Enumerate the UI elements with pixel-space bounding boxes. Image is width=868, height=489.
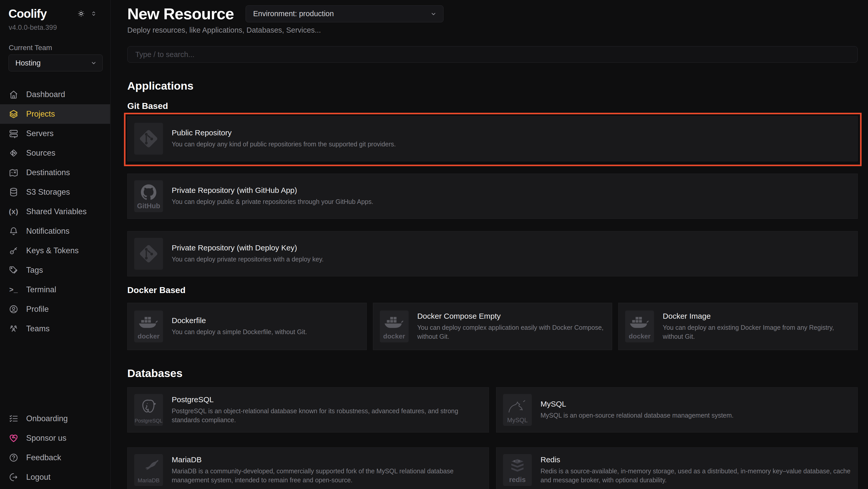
sidebar-item-shared-variables[interactable]: (x) Shared Variables xyxy=(0,202,110,221)
sidebar-item-terminal[interactable]: >_ Terminal xyxy=(0,280,110,299)
card-title: Private Repository (with Deploy Key) xyxy=(172,243,323,252)
sidebar-item-dashboard[interactable]: Dashboard xyxy=(0,85,110,104)
docker-wordmark: docker xyxy=(629,332,651,340)
sidebar-item-destinations[interactable]: Destinations xyxy=(0,163,110,182)
card-docker-image[interactable]: docker Docker Image You can deploy an ex… xyxy=(618,303,858,350)
card-title: Redis xyxy=(540,455,851,464)
card-description: You can deploy an existing Docker Image … xyxy=(663,323,851,341)
main-content: New Resource Environment: production Dep… xyxy=(111,0,868,489)
card-description: You can deploy public & private reposito… xyxy=(172,197,373,206)
app-logo: Coolify xyxy=(8,7,47,21)
card-mariadb[interactable]: MariaDB MariaDB MariaDB is a community-d… xyxy=(127,448,489,489)
app-version: v4.0.0-beta.399 xyxy=(9,24,57,32)
card-public-repository[interactable]: Public Repository You can deploy any kin… xyxy=(127,116,858,161)
chevron-down-icon xyxy=(90,59,97,66)
card-description: MySQL is an open-source relational datab… xyxy=(540,411,734,420)
card-title: Public Repository xyxy=(172,128,396,137)
card-dockerfile[interactable]: docker Dockerfile You can deploy a simpl… xyxy=(127,303,367,350)
docker-card-list: docker Dockerfile You can deploy a simpl… xyxy=(127,303,858,350)
docker-wordmark: docker xyxy=(383,332,405,340)
card-description: Redis is a source-available, in-memory s… xyxy=(540,467,851,485)
card-description: You can deploy a simple Dockerfile, with… xyxy=(172,327,307,337)
card-title: Docker Compose Empty xyxy=(417,312,606,320)
sidebar-item-profile[interactable]: Profile xyxy=(0,299,110,319)
home-icon xyxy=(9,90,19,99)
logout-icon xyxy=(9,472,19,482)
tag-icon xyxy=(9,265,19,275)
mariadb-icon: MariaDB xyxy=(134,454,163,486)
page-subtitle: Deploy resources, like Applications, Dat… xyxy=(127,26,858,34)
mariadb-wordmark: MariaDB xyxy=(137,477,160,484)
sidebar-footer-nav: Onboarding Sponsor us Feedback Logout xyxy=(0,409,110,487)
git-based-heading: Git Based xyxy=(127,101,858,111)
card-description: MariaDB is a community-developed, commer… xyxy=(172,467,482,485)
heart-handshake-icon xyxy=(9,433,19,443)
environment-select-value: Environment: production xyxy=(253,9,334,18)
sidebar-nav: Dashboard Projects Servers Sources Desti… xyxy=(0,85,110,339)
bell-icon xyxy=(9,226,19,236)
docker-icon: docker xyxy=(625,311,654,342)
sidebar-item-tags[interactable]: Tags xyxy=(0,260,110,280)
git-card-list: Public Repository You can deploy any kin… xyxy=(127,116,858,276)
search-input[interactable] xyxy=(128,47,858,62)
user-circle-icon xyxy=(9,304,19,314)
server-icon xyxy=(9,129,19,138)
card-title: PostgreSQL xyxy=(172,395,482,404)
card-description: You can deploy private repositories with… xyxy=(172,255,323,264)
team-select-value: Hosting xyxy=(16,59,40,67)
card-redis[interactable]: redis Redis Redis is a source-available,… xyxy=(496,448,858,489)
postgresql-icon: PostgreSQL xyxy=(134,394,163,426)
databases-heading: Databases xyxy=(127,367,858,380)
applications-heading: Applications xyxy=(127,80,858,92)
sun-theme-icon[interactable] xyxy=(77,9,85,18)
git-icon xyxy=(134,123,163,154)
key-icon xyxy=(9,246,19,256)
sidebar-item-sources[interactable]: Sources xyxy=(0,143,110,163)
card-private-repository-github-app[interactable]: GitHub Private Repository (with GitHub A… xyxy=(127,174,858,219)
mysql-wordmark: MySQL xyxy=(507,416,528,424)
card-title: Docker Image xyxy=(663,312,851,320)
terminal-icon: >_ xyxy=(9,285,19,295)
card-docker-compose-empty[interactable]: docker Docker Compose Empty You can depl… xyxy=(373,303,612,350)
docker-based-heading: Docker Based xyxy=(127,285,858,295)
sidebar-item-onboarding[interactable]: Onboarding xyxy=(0,409,110,428)
card-title: Private Repository (with GitHub App) xyxy=(172,186,373,195)
redis-icon: redis xyxy=(503,454,532,486)
docker-wordmark: docker xyxy=(137,332,159,340)
card-private-repository-deploy-key[interactable]: Private Repository (with Deploy Key) You… xyxy=(127,231,858,276)
github-wordmark: GitHub xyxy=(137,202,160,210)
search-box xyxy=(127,46,858,63)
coolify-app: Coolify v4.0.0-beta.399 Current Team Hos… xyxy=(0,0,868,489)
page-title: New Resource xyxy=(127,5,234,23)
team-select[interactable]: Hosting xyxy=(8,54,103,71)
sidebar-item-notifications[interactable]: Notifications xyxy=(0,221,110,241)
users-icon xyxy=(9,324,19,334)
sidebar-item-logout[interactable]: Logout xyxy=(0,467,110,487)
database-icon xyxy=(9,187,19,197)
card-postgresql[interactable]: PostgreSQL PostgreSQL PostgreSQL is an o… xyxy=(127,387,489,432)
card-description: PostgreSQL is an object-relational datab… xyxy=(172,407,482,425)
sidebar-item-feedback[interactable]: Feedback xyxy=(0,448,110,467)
environment-select[interactable]: Environment: production xyxy=(246,5,443,22)
card-description: You can deploy complex application easil… xyxy=(417,323,606,341)
chevrons-up-down-icon[interactable] xyxy=(90,10,97,17)
variables-icon: (x) xyxy=(9,207,19,217)
database-card-list: PostgreSQL PostgreSQL PostgreSQL is an o… xyxy=(127,387,858,489)
redis-wordmark: redis xyxy=(509,476,526,484)
sidebar-item-sponsor-us[interactable]: Sponsor us xyxy=(0,428,110,448)
card-mysql[interactable]: MySQL MySQL MySQL is an open-source rela… xyxy=(496,387,858,432)
help-circle-icon xyxy=(9,453,19,463)
docker-icon: docker xyxy=(380,311,409,342)
git-diamond-icon xyxy=(9,148,19,158)
sidebar-item-servers[interactable]: Servers xyxy=(0,124,110,143)
card-title: MariaDB xyxy=(172,455,482,464)
card-description: You can deploy any kind of public reposi… xyxy=(172,140,396,149)
checklist-icon xyxy=(9,414,19,424)
card-title: Dockerfile xyxy=(172,316,307,325)
chevron-down-icon xyxy=(430,10,437,18)
git-icon xyxy=(134,238,163,270)
sidebar-item-s3-storages[interactable]: S3 Storages xyxy=(0,182,110,202)
sidebar-item-keys-tokens[interactable]: Keys & Tokens xyxy=(0,241,110,260)
sidebar-item-teams[interactable]: Teams xyxy=(0,319,110,339)
sidebar-item-projects[interactable]: Projects xyxy=(0,104,110,124)
